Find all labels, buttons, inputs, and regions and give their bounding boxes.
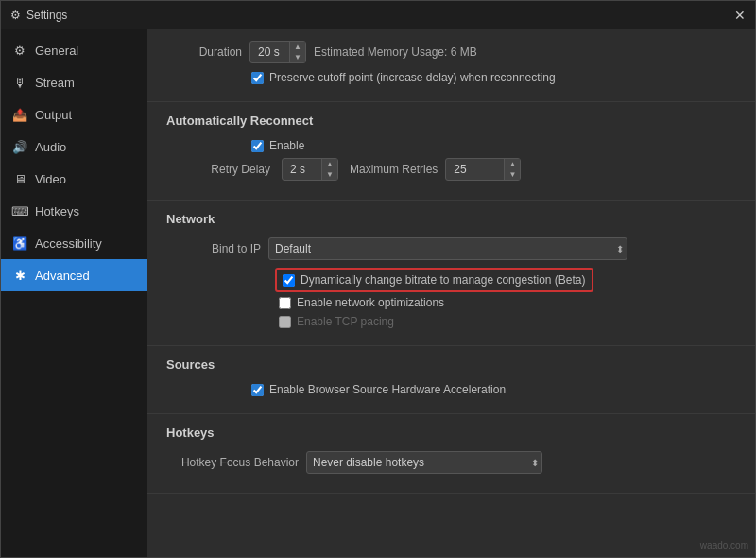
reconnect-section: Automatically Reconnect Enable Retry Del… bbox=[147, 102, 755, 201]
dynamic-bitrate-highlight: Dynamically change bitrate to manage con… bbox=[275, 268, 593, 292]
sidebar-label-audio: Audio bbox=[35, 140, 66, 154]
bind-to-ip-label: Bind to IP bbox=[166, 242, 261, 255]
sidebar-label-general: General bbox=[35, 44, 78, 58]
browser-accel-checkbox[interactable] bbox=[251, 384, 264, 396]
retry-delay-label: Retry Delay bbox=[176, 163, 270, 176]
focus-behavior-row: Hotkey Focus Behavior Never disable hotk… bbox=[166, 451, 736, 474]
bind-to-ip-wrapper: Default ⬍ bbox=[268, 237, 627, 260]
network-checkboxes: Dynamically change bitrate to manage con… bbox=[166, 268, 736, 328]
preserve-label: Preserve cutoff point (increase delay) w… bbox=[269, 71, 556, 84]
sources-header: Sources bbox=[166, 357, 736, 372]
sidebar-label-stream: Stream bbox=[35, 76, 75, 90]
network-section: Network Bind to IP Default ⬍ Dynamically… bbox=[147, 201, 755, 346]
video-icon: 🖥 bbox=[12, 171, 27, 186]
sidebar-label-video: Video bbox=[35, 172, 66, 186]
close-button[interactable]: ✕ bbox=[734, 8, 746, 23]
enable-checkbox[interactable] bbox=[251, 140, 264, 152]
sidebar-item-general[interactable]: ⚙ General bbox=[1, 34, 147, 66]
network-opt-checkbox[interactable] bbox=[279, 297, 291, 309]
sidebar-label-accessibility: Accessibility bbox=[35, 236, 102, 251]
sidebar: ⚙ General 🎙 Stream 📤 Output 🔊 Audio 🖥 Vi… bbox=[1, 29, 147, 557]
network-opt-row: Enable network optimizations bbox=[275, 296, 736, 309]
preserve-checkbox[interactable] bbox=[251, 72, 264, 84]
sidebar-label-output: Output bbox=[35, 108, 72, 122]
network-header: Network bbox=[166, 212, 736, 226]
duration-label: Duration bbox=[166, 45, 242, 59]
focus-behavior-select[interactable]: Never disable hotkeys Disable hotkeys in… bbox=[306, 451, 542, 474]
sidebar-label-advanced: Advanced bbox=[35, 269, 90, 283]
settings-window: ⚙ Settings ✕ ⚙ General 🎙 Stream 📤 Output… bbox=[0, 0, 756, 558]
retry-delay-value: 2 s bbox=[283, 163, 321, 176]
enable-label: Enable bbox=[269, 139, 304, 152]
max-retries-label: Maximum Retries bbox=[350, 163, 438, 176]
dynamic-bitrate-label: Dynamically change bitrate to manage con… bbox=[301, 273, 586, 287]
title-bar: ⚙ Settings ✕ bbox=[1, 1, 755, 29]
sources-section: Sources Enable Browser Source Hardware A… bbox=[147, 346, 755, 414]
hotkeys-icon: ⌨ bbox=[12, 203, 27, 218]
sidebar-item-stream[interactable]: 🎙 Stream bbox=[1, 66, 147, 98]
bind-to-ip-row: Bind to IP Default ⬍ bbox=[166, 237, 736, 260]
advanced-icon: ✱ bbox=[12, 268, 27, 283]
sidebar-item-hotkeys[interactable]: ⌨ Hotkeys bbox=[1, 195, 147, 227]
sidebar-item-output[interactable]: 📤 Output bbox=[1, 98, 147, 131]
max-retries-group: Maximum Retries 25 ▲ ▼ bbox=[350, 158, 521, 181]
reconnect-header: Automatically Reconnect bbox=[166, 113, 736, 128]
sidebar-item-advanced[interactable]: ✱ Advanced bbox=[1, 259, 147, 291]
title-bar-left: ⚙ Settings bbox=[10, 9, 67, 22]
sidebar-label-hotkeys: Hotkeys bbox=[35, 204, 79, 218]
duration-spinner[interactable]: 20 s ▲ ▼ bbox=[249, 41, 306, 63]
tcp-pacing-checkbox[interactable] bbox=[279, 316, 291, 328]
audio-icon: 🔊 bbox=[12, 139, 27, 154]
focus-behavior-label: Hotkey Focus Behavior bbox=[166, 456, 299, 469]
estimated-memory: Estimated Memory Usage: 6 MB bbox=[314, 45, 477, 59]
max-retries-spinner[interactable]: 25 ▲ ▼ bbox=[445, 158, 521, 181]
top-section: Duration 20 s ▲ ▼ Estimated Memory Usage… bbox=[147, 29, 755, 102]
tcp-pacing-row: Enable TCP pacing bbox=[275, 315, 736, 328]
retry-delay-buttons: ▲ ▼ bbox=[321, 159, 337, 180]
duration-up[interactable]: ▲ bbox=[290, 42, 305, 52]
watermark: waado.com bbox=[700, 540, 748, 550]
browser-accel-label: Enable Browser Source Hardware Accelerat… bbox=[269, 383, 506, 396]
tcp-pacing-label: Enable TCP pacing bbox=[297, 315, 394, 328]
bind-to-ip-select[interactable]: Default bbox=[268, 237, 627, 260]
duration-spinner-buttons: ▲ ▼ bbox=[289, 42, 305, 62]
hotkeys-section: Hotkeys Hotkey Focus Behavior Never disa… bbox=[147, 414, 755, 494]
preserve-row: Preserve cutoff point (increase delay) w… bbox=[166, 71, 736, 84]
settings-panel: Duration 20 s ▲ ▼ Estimated Memory Usage… bbox=[147, 29, 755, 557]
sidebar-item-audio[interactable]: 🔊 Audio bbox=[1, 131, 147, 163]
max-retries-value: 25 bbox=[446, 163, 504, 176]
window-title: Settings bbox=[26, 9, 67, 22]
retry-delay-up[interactable]: ▲ bbox=[322, 159, 337, 169]
network-opt-label: Enable network optimizations bbox=[297, 296, 444, 309]
max-retries-up[interactable]: ▲ bbox=[505, 159, 520, 169]
retry-delay-down[interactable]: ▼ bbox=[322, 169, 337, 180]
general-icon: ⚙ bbox=[12, 43, 27, 58]
retry-row: Retry Delay 2 s ▲ ▼ Maximum Retries 25 bbox=[166, 158, 736, 181]
enable-row: Enable bbox=[166, 139, 736, 152]
max-retries-down[interactable]: ▼ bbox=[505, 169, 520, 180]
max-retries-buttons: ▲ ▼ bbox=[504, 159, 520, 180]
main-content: ⚙ General 🎙 Stream 📤 Output 🔊 Audio 🖥 Vi… bbox=[1, 29, 755, 557]
retry-delay-spinner[interactable]: 2 s ▲ ▼ bbox=[282, 158, 338, 181]
focus-behavior-wrapper: Never disable hotkeys Disable hotkeys in… bbox=[306, 451, 542, 474]
sidebar-item-accessibility[interactable]: ♿ Accessibility bbox=[1, 227, 147, 259]
gear-icon: ⚙ bbox=[10, 9, 21, 22]
duration-row: Duration 20 s ▲ ▼ Estimated Memory Usage… bbox=[166, 41, 736, 63]
sidebar-item-video[interactable]: 🖥 Video bbox=[1, 163, 147, 195]
stream-icon: 🎙 bbox=[12, 75, 27, 90]
dynamic-bitrate-checkbox[interactable] bbox=[283, 274, 295, 287]
output-icon: 📤 bbox=[12, 107, 27, 122]
accessibility-icon: ♿ bbox=[12, 235, 27, 251]
duration-down[interactable]: ▼ bbox=[290, 52, 305, 62]
duration-value: 20 s bbox=[250, 45, 289, 59]
hotkeys-header: Hotkeys bbox=[166, 426, 736, 440]
browser-accel-row: Enable Browser Source Hardware Accelerat… bbox=[166, 383, 736, 396]
